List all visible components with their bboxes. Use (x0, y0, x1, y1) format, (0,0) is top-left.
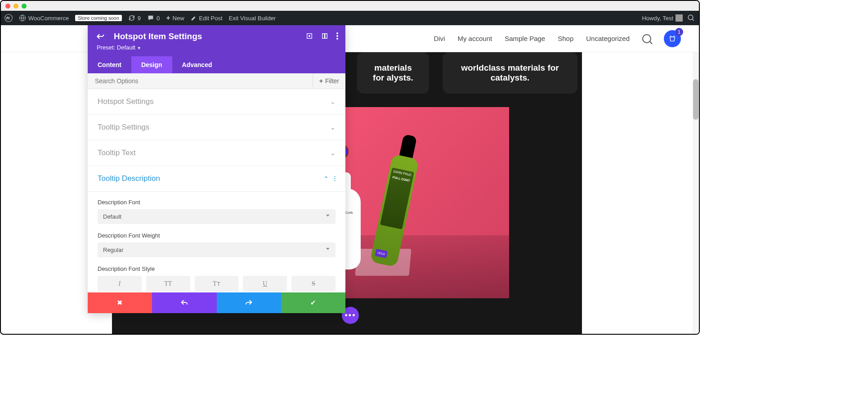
desc-font-label: Description Font (98, 199, 336, 206)
save-button[interactable]: ✔ (281, 292, 345, 313)
section-tooltip-settings[interactable]: Tooltip Settings ⌄ (88, 115, 345, 140)
preset-selector[interactable]: Preset: Default ▼ (97, 44, 336, 51)
sections-list[interactable]: Hotspot Settings ⌄ Tooltip Settings ⌄ To… (88, 89, 345, 292)
card-1: materials for alysts. (357, 52, 429, 94)
modal-tabs: Content Design Advanced (88, 56, 345, 73)
tab-design[interactable]: Design (131, 56, 172, 73)
chevron-down-icon: ⌄ (330, 124, 336, 131)
svg-point-6 (309, 36, 310, 37)
modal-title: Hotspot Item Settings (114, 31, 336, 41)
underline-button[interactable]: U (243, 276, 287, 292)
settings-modal: Hotspot Item Settings Preset: Default ▼ … (88, 25, 345, 313)
search-icon[interactable] (642, 34, 651, 43)
card-2: worldclass materials for catalysts. (443, 52, 577, 94)
modal-footer: ✖ ✔ (88, 292, 345, 313)
expand-icon[interactable] (306, 32, 313, 40)
exit-builder-link[interactable]: Exit Visual Builder (229, 15, 276, 22)
adminbar-right: Howdy, Test (642, 14, 695, 22)
cart-count-badge: 1 (675, 28, 683, 36)
search-input[interactable] (88, 73, 313, 89)
desc-font-weight-label: Description Font Weight (98, 232, 336, 239)
nav-uncat[interactable]: Uncategorized (586, 35, 630, 42)
tab-content[interactable]: Content (88, 56, 131, 73)
svg-point-9 (336, 32, 338, 34)
page-body: Divi My account Sample Page Shop Uncateg… (1, 25, 699, 334)
font-style-buttons: I TT Tᴛ U S (98, 276, 336, 292)
kebab-menu-icon[interactable] (336, 32, 338, 40)
section-hotspot-settings[interactable]: Hotspot Settings ⌄ (88, 89, 345, 115)
redo-button[interactable] (217, 292, 281, 313)
adminbar-left: WooCommerce Store coming soon 9 0 + New … (4, 14, 276, 22)
howdy-link[interactable]: Howdy, Test (642, 14, 683, 22)
back-button[interactable] (96, 32, 105, 40)
svg-point-11 (336, 38, 338, 40)
chevron-up-icon: ⌄ (323, 175, 329, 182)
modal-header-icons (306, 32, 338, 40)
browser-window: WooCommerce Store coming soon 9 0 + New … (0, 0, 700, 335)
scroll-thumb[interactable] (693, 79, 698, 120)
close-window-dot[interactable] (5, 4, 10, 9)
adminbar-search-icon[interactable] (687, 14, 695, 22)
chevron-down-icon: ⌄ (330, 149, 336, 157)
tooltip-description-body: Description Font Default Description Fon… (88, 192, 345, 292)
updates-count: 9 (138, 15, 141, 22)
svg-rect-7 (322, 34, 325, 39)
filter-button[interactable]: + Filter (313, 74, 345, 88)
strike-button[interactable]: S (291, 276, 336, 292)
maximize-window-dot[interactable] (22, 4, 27, 9)
scrollbar[interactable] (693, 25, 699, 334)
comments-count: 0 (157, 15, 160, 22)
section-tooltip-text[interactable]: Tooltip Text ⌄ (88, 140, 345, 166)
new-link[interactable]: + New (166, 14, 184, 22)
search-row: + Filter (88, 73, 345, 89)
site-link[interactable]: WooCommerce (19, 14, 69, 22)
desc-font-weight-select[interactable]: Regular (98, 242, 336, 257)
nav-myaccount[interactable]: My account (457, 35, 492, 42)
avatar (676, 14, 683, 22)
svg-rect-8 (325, 34, 327, 39)
svg-point-14 (334, 180, 335, 181)
svg-line-3 (692, 19, 694, 21)
drag-icon[interactable] (321, 32, 328, 40)
svg-point-13 (334, 178, 335, 179)
green-bottle-label: GARN FRUC FULL CONT (380, 167, 414, 229)
nav-divi[interactable]: Divi (434, 35, 445, 42)
tab-advanced[interactable]: Advanced (172, 56, 222, 73)
modal-header: Hotspot Item Settings Preset: Default ▼ (88, 25, 345, 56)
mac-titlebar (1, 1, 699, 11)
svg-point-2 (688, 15, 693, 20)
updates-link[interactable]: 9 (128, 14, 141, 22)
desc-font-select[interactable]: Default (98, 209, 336, 224)
howdy-text: Howdy, Test (642, 15, 673, 22)
exit-label: Exit Visual Builder (229, 15, 276, 22)
edit-post-link[interactable]: Edit Post (191, 15, 223, 22)
svg-point-12 (334, 176, 335, 177)
smallcaps-button[interactable]: Tᴛ (195, 276, 239, 292)
new-label: New (173, 15, 184, 22)
section-kebab-icon[interactable] (334, 175, 336, 182)
site-name: WooCommerce (28, 15, 69, 22)
section-tooltip-description[interactable]: Tooltip Description ⌄ (88, 166, 345, 192)
nav-sample[interactable]: Sample Page (505, 35, 545, 42)
cart-button[interactable]: 1 (664, 30, 681, 47)
undo-button[interactable] (152, 292, 216, 313)
edit-label: Edit Post (199, 15, 223, 22)
cancel-button[interactable]: ✖ (88, 292, 152, 313)
chevron-down-icon: ⌄ (330, 98, 336, 105)
comments-link[interactable]: 0 (147, 14, 160, 22)
minimize-window-dot[interactable] (13, 4, 18, 9)
wp-logo[interactable] (4, 14, 13, 22)
svg-point-10 (336, 35, 338, 37)
desc-font-style-label: Description Font Style (98, 265, 336, 272)
green-hold-tag: HOLD (375, 249, 388, 258)
italic-button[interactable]: I (98, 276, 142, 292)
nav-shop[interactable]: Shop (558, 35, 573, 42)
store-badge: Store coming soon (75, 15, 122, 21)
wp-adminbar: WooCommerce Store coming soon 9 0 + New … (1, 11, 699, 25)
uppercase-button[interactable]: TT (146, 276, 190, 292)
